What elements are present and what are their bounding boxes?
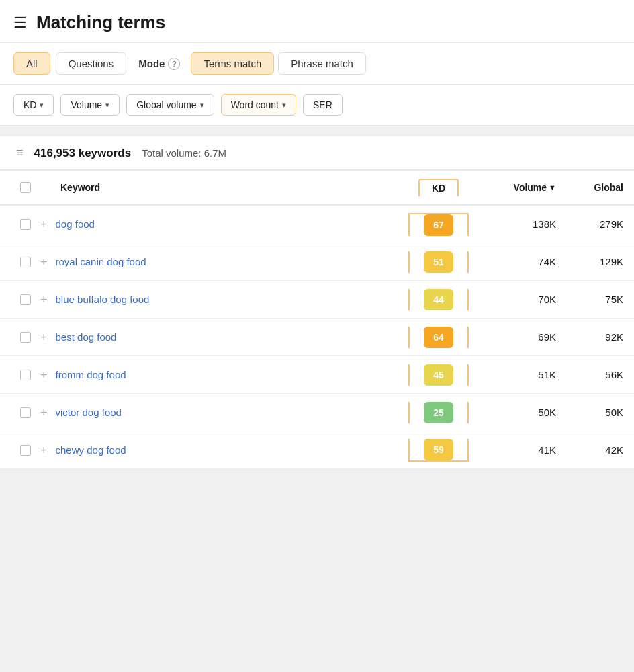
row-checkbox[interactable]	[20, 294, 31, 305]
table-row: + blue buffalo dog food 44 70K 75K	[0, 281, 634, 319]
select-all-checkbox[interactable]	[20, 182, 31, 193]
volume-cell: 69K	[469, 331, 556, 343]
global-cell: 92K	[556, 331, 623, 343]
header-checkbox-cell	[11, 182, 40, 193]
word-count-filter-btn[interactable]: Word count ▾	[221, 94, 296, 116]
row-checkbox[interactable]	[20, 332, 31, 343]
filter-bar: KD ▾ Volume ▾ Global volume ▾ Word count…	[0, 85, 634, 126]
mode-options: Terms match Phrase match	[191, 52, 365, 75]
keywords-count: 416,953 keywords	[34, 146, 132, 160]
global-volume-filter-btn[interactable]: Global volume ▾	[126, 94, 214, 116]
keyword-link[interactable]: blue buffalo dog food	[56, 294, 150, 305]
table-row: + royal canin dog food 51 74K 129K	[0, 243, 634, 281]
row-keyword-cell: + blue buffalo dog food	[40, 294, 408, 306]
hamburger-icon[interactable]: ☰	[13, 15, 27, 30]
kd-column-header: KD	[408, 179, 469, 196]
global-cell: 75K	[556, 294, 623, 305]
row-checkbox-cell	[11, 219, 40, 230]
row-checkbox-cell	[11, 332, 40, 343]
volume-cell: 70K	[469, 294, 556, 305]
kd-chevron-icon: ▾	[40, 101, 44, 110]
add-keyword-btn[interactable]: +	[40, 331, 48, 343]
global-column-header: Global	[556, 182, 623, 193]
row-checkbox-cell	[11, 407, 40, 418]
help-icon[interactable]: ?	[168, 58, 180, 70]
word-count-filter-label: Word count	[231, 99, 279, 110]
summary-bar: ≡ 416,953 keywords Total volume: 6.7M	[0, 136, 634, 171]
kd-filter-label: KD	[24, 99, 36, 110]
row-checkbox-cell	[11, 294, 40, 305]
row-checkbox-cell	[11, 370, 40, 380]
keyword-link[interactable]: royal canin dog food	[56, 256, 146, 267]
volume-column-header: Volume ▼	[469, 182, 556, 193]
volume-sort-icon: ▼	[549, 183, 556, 192]
phrase-match-btn[interactable]: Phrase match	[278, 52, 366, 75]
sort-lines-icon: ≡	[16, 146, 24, 160]
kd-cell: 51	[408, 251, 469, 273]
page-title: Matching terms	[36, 12, 165, 33]
word-count-chevron-icon: ▾	[282, 101, 286, 110]
volume-filter-btn[interactable]: Volume ▾	[60, 94, 120, 116]
tab-all[interactable]: All	[13, 52, 50, 75]
kd-badge: 51	[424, 251, 453, 273]
add-keyword-btn[interactable]: +	[40, 444, 48, 456]
kd-cell: 45	[408, 364, 469, 386]
terms-match-btn[interactable]: Terms match	[191, 52, 274, 75]
add-keyword-btn[interactable]: +	[40, 256, 48, 268]
mode-label: Mode ?	[138, 58, 180, 70]
row-keyword-cell: + victor dog food	[40, 407, 408, 419]
row-keyword-cell: + royal canin dog food	[40, 256, 408, 268]
global-cell: 50K	[556, 407, 623, 418]
kd-cell: 67	[408, 213, 469, 236]
keywords-table: Keyword KD Volume ▼ Global + dog food 67…	[0, 171, 634, 469]
keyword-link[interactable]: dog food	[56, 218, 95, 230]
tab-questions[interactable]: Questions	[56, 52, 127, 75]
keyword-link[interactable]: fromm dog food	[56, 369, 126, 380]
volume-chevron-icon: ▾	[105, 101, 109, 110]
row-keyword-cell: + dog food	[40, 218, 408, 230]
volume-cell: 41K	[469, 444, 556, 456]
row-checkbox[interactable]	[20, 370, 31, 380]
table-row: + dog food 67 138K 279K	[0, 206, 634, 243]
row-keyword-cell: + best dog food	[40, 331, 408, 343]
add-keyword-btn[interactable]: +	[40, 407, 48, 419]
global-cell: 56K	[556, 369, 623, 380]
keyword-column-header: Keyword	[40, 182, 408, 193]
table-row: + victor dog food 25 50K 50K	[0, 394, 634, 431]
row-checkbox-cell	[11, 445, 40, 456]
kd-badge: 25	[424, 402, 453, 423]
add-keyword-btn[interactable]: +	[40, 218, 48, 230]
row-checkbox[interactable]	[20, 257, 31, 267]
row-checkbox[interactable]	[20, 407, 31, 418]
total-volume: Total volume: 6.7M	[142, 147, 226, 159]
kd-cell: 64	[408, 327, 469, 348]
main-content: ≡ 416,953 keywords Total volume: 6.7M Ke…	[0, 126, 634, 469]
add-keyword-btn[interactable]: +	[40, 294, 48, 306]
keyword-link[interactable]: chewy dog food	[56, 444, 126, 456]
add-keyword-btn[interactable]: +	[40, 369, 48, 381]
tab-bar: All Questions Mode ? Terms match Phrase …	[0, 43, 634, 85]
row-checkbox-cell	[11, 257, 40, 267]
row-checkbox[interactable]	[20, 219, 31, 230]
table-body: + dog food 67 138K 279K + royal canin do…	[0, 206, 634, 469]
row-checkbox[interactable]	[20, 445, 31, 456]
table-header-row: Keyword KD Volume ▼ Global	[0, 171, 634, 206]
global-cell: 42K	[556, 444, 623, 456]
row-keyword-cell: + chewy dog food	[40, 444, 408, 456]
kd-badge: 59	[424, 439, 453, 460]
kd-badge: 45	[424, 364, 453, 386]
table-row: + best dog food 64 69K 92K	[0, 319, 634, 356]
kd-badge: 64	[424, 327, 453, 348]
global-cell: 129K	[556, 256, 623, 267]
volume-cell: 51K	[469, 369, 556, 380]
volume-cell: 50K	[469, 407, 556, 418]
keyword-link[interactable]: best dog food	[56, 331, 117, 343]
header: ☰ Matching terms	[0, 0, 634, 43]
ser-filter-btn[interactable]: SER	[303, 94, 343, 116]
kd-cell: 59	[408, 439, 469, 462]
global-volume-chevron-icon: ▾	[200, 101, 204, 110]
table-row: + fromm dog food 45 51K 56K	[0, 356, 634, 394]
keyword-link[interactable]: victor dog food	[56, 407, 122, 418]
kd-cell: 25	[408, 402, 469, 423]
kd-filter-btn[interactable]: KD ▾	[13, 94, 54, 116]
